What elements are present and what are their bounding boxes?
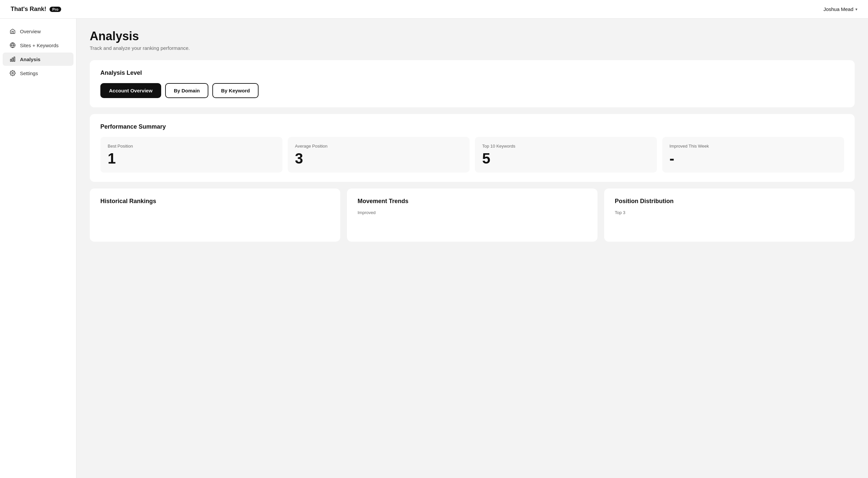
performance-summary-card: Performance Summary Best Position1Averag… [90, 114, 855, 182]
settings-icon [9, 70, 16, 77]
perf-card-improved-this-week: Improved This Week- [662, 137, 844, 173]
sidebar: OverviewSites + KeywordsAnalysisSettings [0, 19, 76, 478]
perf-value: 3 [295, 151, 463, 166]
bottom-card-sublabel: Top 3 [615, 210, 844, 215]
perf-label: Improved This Week [670, 144, 837, 149]
btn-account-overview[interactable]: Account Overview [100, 83, 161, 98]
btn-by-domain[interactable]: By Domain [165, 83, 208, 98]
perf-value: 5 [482, 151, 650, 166]
performance-grid: Best Position1Average Position3Top 10 Ke… [100, 137, 844, 173]
svg-point-5 [12, 72, 13, 74]
home-icon [9, 28, 16, 35]
section-position-distribution: Position DistributionTop 3 [604, 188, 855, 242]
svg-rect-2 [10, 59, 11, 61]
topbar: That's Rank! Pro Joshua Mead ▾ [0, 0, 868, 19]
sidebar-item-settings[interactable]: Settings [3, 66, 73, 80]
chevron-down-icon: ▾ [856, 7, 857, 12]
pro-badge: Pro [50, 7, 61, 12]
sidebar-item-label: Settings [20, 70, 38, 76]
analysis-level-title: Analysis Level [100, 69, 844, 77]
perf-card-top-10-keywords: Top 10 Keywords5 [475, 137, 657, 173]
page-title: Analysis [90, 29, 855, 43]
main-content: Analysis Track and analyze your ranking … [76, 19, 868, 478]
globe-icon [9, 42, 16, 49]
user-menu[interactable]: Joshua Mead ▾ [824, 6, 857, 12]
perf-card-best-position: Best Position1 [100, 137, 282, 173]
bottom-card-title: Historical Rankings [100, 198, 330, 205]
sidebar-item-label: Sites + Keywords [20, 42, 59, 48]
perf-value: 1 [108, 151, 275, 166]
sidebar-item-overview[interactable]: Overview [3, 25, 73, 38]
sidebar-item-analysis[interactable]: Analysis [3, 53, 73, 66]
perf-value: - [670, 151, 837, 166]
brand-name: That's Rank! [11, 6, 46, 12]
svg-rect-3 [12, 58, 13, 61]
page-subtitle: Track and analyze your ranking performan… [90, 45, 855, 51]
app-layout: OverviewSites + KeywordsAnalysisSettings… [0, 19, 868, 478]
bottom-card-title: Movement Trends [358, 198, 587, 205]
bottom-card-title: Position Distribution [615, 198, 844, 205]
user-name: Joshua Mead [824, 6, 854, 12]
perf-label: Average Position [295, 144, 463, 149]
perf-card-average-position: Average Position3 [288, 137, 470, 173]
btn-by-keyword[interactable]: By Keyword [212, 83, 258, 98]
sidebar-item-label: Overview [20, 29, 41, 34]
bottom-sections: Historical RankingsMovement TrendsImprov… [90, 188, 855, 242]
section-historical-rankings: Historical Rankings [90, 188, 340, 242]
performance-summary-title: Performance Summary [100, 123, 844, 130]
analysis-level-card: Analysis Level Account OverviewBy Domain… [90, 60, 855, 108]
analysis-level-buttons: Account OverviewBy DomainBy Keyword [100, 83, 844, 98]
perf-label: Best Position [108, 144, 275, 149]
sidebar-item-sites-keywords[interactable]: Sites + Keywords [3, 38, 73, 52]
svg-rect-4 [14, 57, 15, 61]
perf-label: Top 10 Keywords [482, 144, 650, 149]
sidebar-item-label: Analysis [20, 57, 40, 62]
section-movement-trends: Movement TrendsImproved [347, 188, 597, 242]
bottom-card-sublabel: Improved [358, 210, 587, 215]
bar-chart-icon [9, 56, 16, 62]
brand: That's Rank! Pro [11, 6, 61, 12]
